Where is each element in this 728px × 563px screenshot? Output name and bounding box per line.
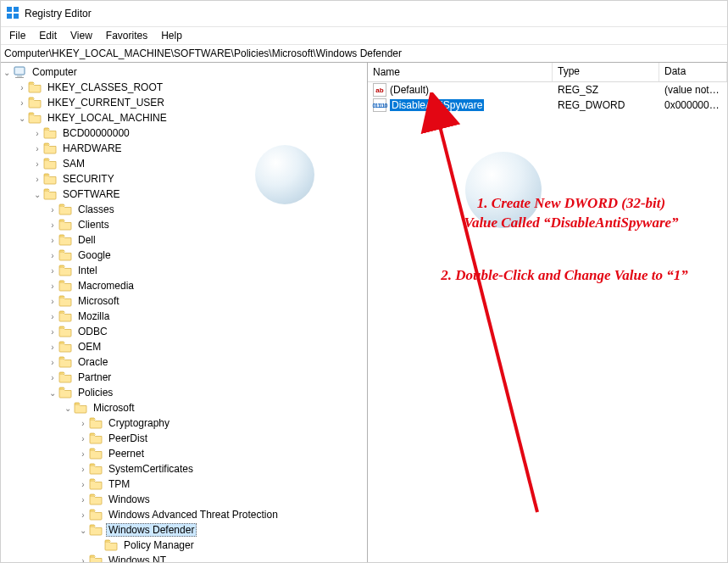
value-row[interactable]: 011 110DisableAntiSpywareREG_DWORD0x0000… bbox=[368, 98, 727, 113]
tree-node-label: Windows Advanced Threat Protection bbox=[106, 508, 281, 521]
expand-toggle-icon[interactable] bbox=[77, 510, 89, 520]
tree-node[interactable]: Microsoft bbox=[47, 293, 367, 309]
annotation-arrow bbox=[368, 92, 588, 533]
values-pane[interactable]: Name Type Data ab(Default)REG_SZ(value n… bbox=[368, 63, 727, 562]
expand-toggle-icon[interactable] bbox=[47, 373, 58, 382]
menu-file[interactable]: File bbox=[3, 29, 32, 42]
column-header-data[interactable]: Data bbox=[659, 63, 727, 81]
expand-toggle-icon[interactable] bbox=[47, 343, 58, 352]
tree-node[interactable]: HKEY_CLASSES_ROOT bbox=[16, 80, 367, 95]
menu-view[interactable]: View bbox=[64, 29, 99, 42]
tree-node-label: HARDWARE bbox=[60, 142, 125, 155]
expand-toggle-icon[interactable] bbox=[77, 495, 89, 504]
menu-edit[interactable]: Edit bbox=[32, 29, 64, 42]
tree-node[interactable]: SAM bbox=[31, 156, 367, 171]
tree-node[interactable]: OEM bbox=[47, 339, 367, 354]
expand-toggle-icon[interactable] bbox=[47, 388, 58, 398]
annotation-step-1: 1. Create New DWORD (32-bit)Value Called… bbox=[419, 194, 724, 233]
expand-toggle-icon[interactable] bbox=[47, 266, 58, 276]
expand-toggle-icon[interactable] bbox=[77, 526, 89, 535]
address-bar[interactable]: Computer\HKEY_LOCAL_MACHINE\SOFTWARE\Pol… bbox=[1, 45, 727, 63]
expand-toggle-icon[interactable] bbox=[77, 434, 89, 443]
folder-icon bbox=[43, 142, 57, 155]
folder-icon bbox=[58, 340, 72, 354]
tree-node[interactable]: Partner bbox=[47, 370, 367, 385]
tree-node[interactable]: Windows bbox=[77, 492, 367, 507]
menu-help[interactable]: Help bbox=[154, 29, 189, 42]
expand-toggle-icon[interactable] bbox=[31, 159, 43, 169]
expand-toggle-icon[interactable] bbox=[47, 282, 58, 291]
value-data: (value not set) bbox=[659, 83, 727, 97]
tree-node[interactable]: Macromedia bbox=[47, 278, 367, 293]
tree-node[interactable]: SECURITY bbox=[31, 171, 367, 187]
tree-node-label: PeerDist bbox=[106, 432, 150, 445]
folder-icon bbox=[58, 218, 72, 231]
expand-toggle-icon[interactable] bbox=[16, 114, 28, 123]
value-row[interactable]: ab(Default)REG_SZ(value not set) bbox=[368, 82, 727, 98]
tree-node[interactable]: BCD00000000 bbox=[31, 125, 367, 141]
tree-node[interactable]: MicrosoftCryptographyPeerDistPeernetSyst… bbox=[62, 400, 367, 562]
tree-node[interactable]: Google bbox=[47, 248, 367, 263]
folder-icon bbox=[58, 371, 72, 384]
expand-toggle-icon[interactable] bbox=[47, 251, 58, 260]
expand-toggle-icon[interactable] bbox=[31, 190, 43, 199]
folder-icon bbox=[58, 294, 72, 308]
expand-toggle-icon[interactable] bbox=[31, 144, 43, 153]
expand-toggle-icon[interactable] bbox=[47, 358, 58, 367]
values-header: Name Type Data bbox=[368, 63, 727, 82]
tree-pane[interactable]: ComputerHKEY_CLASSES_ROOTHKEY_CURRENT_US… bbox=[1, 63, 368, 562]
expand-toggle-icon[interactable] bbox=[77, 465, 89, 474]
tree-node[interactable]: SystemCertificates bbox=[77, 461, 367, 477]
tree-node[interactable]: HARDWARE bbox=[31, 141, 367, 156]
expand-toggle-icon[interactable] bbox=[77, 419, 89, 428]
tree-node[interactable]: SOFTWAREClassesClientsDellGoogleIntelMac… bbox=[31, 187, 367, 562]
tree-node[interactable]: Clients bbox=[47, 217, 367, 232]
tree-node[interactable]: Peernet bbox=[77, 446, 367, 461]
column-header-name[interactable]: Name bbox=[368, 63, 553, 81]
expand-toggle-icon[interactable] bbox=[77, 480, 89, 489]
tree-node[interactable]: Windows Advanced Threat Protection bbox=[77, 507, 367, 522]
tree-node[interactable]: Policy Manager bbox=[92, 538, 367, 553]
tree-node[interactable]: Windows DefenderPolicy Manager bbox=[77, 522, 367, 553]
column-header-type[interactable]: Type bbox=[553, 63, 659, 81]
value-name: (Default) bbox=[390, 84, 429, 96]
tree-node[interactable]: TPM bbox=[77, 477, 367, 492]
tree-node[interactable]: Cryptography bbox=[77, 415, 367, 431]
folder-icon bbox=[89, 416, 103, 430]
tree-node-label: Microsoft bbox=[75, 294, 122, 308]
tree-node[interactable]: Intel bbox=[47, 263, 367, 278]
svg-rect-2 bbox=[7, 14, 12, 19]
expand-toggle-icon[interactable] bbox=[31, 129, 43, 138]
expand-toggle-icon[interactable] bbox=[47, 327, 58, 337]
expand-toggle-icon[interactable] bbox=[1, 68, 13, 77]
tree-node-label: HKEY_LOCAL_MACHINE bbox=[45, 111, 169, 125]
expand-toggle-icon[interactable] bbox=[47, 236, 58, 245]
folder-icon bbox=[43, 172, 57, 186]
expand-toggle-icon[interactable] bbox=[62, 404, 74, 413]
tree-node[interactable]: PoliciesMicrosoftCryptographyPeerDistPee… bbox=[47, 385, 367, 562]
expand-toggle-icon[interactable] bbox=[47, 312, 58, 321]
tree-node[interactable]: HKEY_LOCAL_MACHINEBCD00000000HARDWARESAM… bbox=[16, 110, 367, 562]
expand-toggle-icon[interactable] bbox=[77, 556, 89, 563]
expand-toggle-icon[interactable] bbox=[31, 175, 43, 184]
expand-toggle-icon[interactable] bbox=[47, 220, 58, 230]
tree-node[interactable]: Windows NT bbox=[77, 553, 367, 562]
tree-node[interactable]: PeerDist bbox=[77, 431, 367, 446]
tree-node[interactable]: Classes bbox=[47, 202, 367, 217]
tree-node-label: Cryptography bbox=[106, 416, 172, 430]
value-type: REG_SZ bbox=[553, 83, 659, 97]
expand-toggle-icon[interactable] bbox=[47, 297, 58, 306]
tree-node[interactable]: Oracle bbox=[47, 354, 367, 370]
tree-node[interactable]: HKEY_CURRENT_USER bbox=[16, 95, 367, 110]
expand-toggle-icon[interactable] bbox=[16, 98, 28, 108]
expand-toggle-icon[interactable] bbox=[16, 83, 28, 92]
tree-node[interactable]: ComputerHKEY_CLASSES_ROOTHKEY_CURRENT_US… bbox=[1, 64, 367, 562]
expand-toggle-icon[interactable] bbox=[77, 449, 89, 459]
tree-node[interactable]: ODBC bbox=[47, 324, 367, 339]
tree-node[interactable]: Mozilla bbox=[47, 309, 367, 324]
menu-favorites[interactable]: Favorites bbox=[99, 29, 154, 42]
tree-node-label: Windows Defender bbox=[106, 523, 197, 537]
tree-node[interactable]: Dell bbox=[47, 232, 367, 248]
expand-toggle-icon[interactable] bbox=[47, 205, 58, 215]
tree-node-label: TPM bbox=[106, 477, 132, 491]
